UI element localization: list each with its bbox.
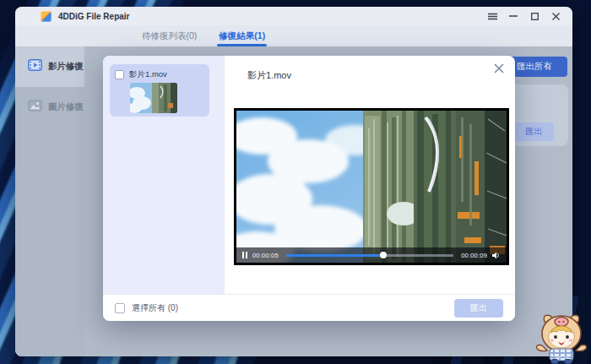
volume-icon[interactable] [492, 247, 501, 263]
tab-repair-results[interactable]: 修復結果(1) [219, 25, 265, 46]
pause-icon[interactable] [242, 252, 247, 258]
app-title: 4DDiG File Repair [58, 12, 129, 21]
video-repair-icon [28, 59, 42, 74]
file-checkbox[interactable] [115, 70, 124, 79]
player-controls: 00:00:05 00:00:09 [236, 247, 507, 263]
export-button[interactable]: 匯出 [514, 122, 554, 141]
window-controls [485, 9, 572, 23]
select-all-label: 選擇所有 (0) [132, 302, 178, 314]
file-list-item[interactable]: 影片1.mov [110, 64, 209, 117]
minimize-icon[interactable] [507, 9, 520, 23]
image-repair-icon [28, 100, 42, 115]
title-bar[interactable]: 4DDiG File Repair [15, 7, 572, 25]
video-thumbnail[interactable] [130, 83, 177, 113]
sidebar-item-label: 圖片修復 [48, 101, 84, 113]
preview-file-title: 影片1.mov [247, 69, 291, 82]
tab-label: 待修復列表(0) [142, 30, 197, 42]
tab-label: 修復結果(1) [219, 30, 265, 42]
tab-pending-list[interactable]: 待修復列表(0) [142, 25, 197, 46]
close-icon[interactable] [549, 9, 562, 23]
sidebar: 影片修復 圖片修復 [15, 46, 84, 356]
sidebar-item-image-repair[interactable]: 圖片修復 [15, 87, 84, 128]
maximize-icon[interactable] [528, 9, 541, 23]
seek-bar[interactable] [286, 254, 453, 257]
app-logo-icon [41, 11, 52, 22]
seek-handle[interactable] [380, 252, 387, 258]
sidebar-item-label: 影片修復 [48, 61, 84, 73]
desktop-wallpaper: 4DDiG File Repair 待修復列表(0) [0, 0, 591, 364]
select-all-checkbox[interactable] [115, 303, 125, 313]
app-window: 4DDiG File Repair 待修復列表(0) [15, 7, 572, 356]
total-time: 00:00:09 [461, 252, 487, 259]
modal-close-icon[interactable] [491, 61, 507, 76]
video-frame [236, 111, 507, 263]
sidebar-item-video-repair[interactable]: 影片修復 [15, 46, 84, 87]
modal-footer: 選擇所有 (0) 匯出 [103, 294, 515, 321]
current-time: 00:00:05 [252, 252, 279, 259]
modal-file-list: 影片1.mov [103, 56, 225, 294]
seek-bar-fill [286, 254, 383, 257]
mascot-character [532, 312, 591, 364]
modal-export-button[interactable]: 匯出 [454, 299, 503, 318]
tab-bar: 待修復列表(0) 修復結果(1) [15, 25, 572, 46]
menu-icon[interactable] [485, 9, 499, 23]
video-player[interactable]: 00:00:05 00:00:09 [234, 108, 509, 265]
file-name: 影片1.mov [129, 69, 167, 80]
preview-modal: 影片1.mov [103, 56, 515, 321]
